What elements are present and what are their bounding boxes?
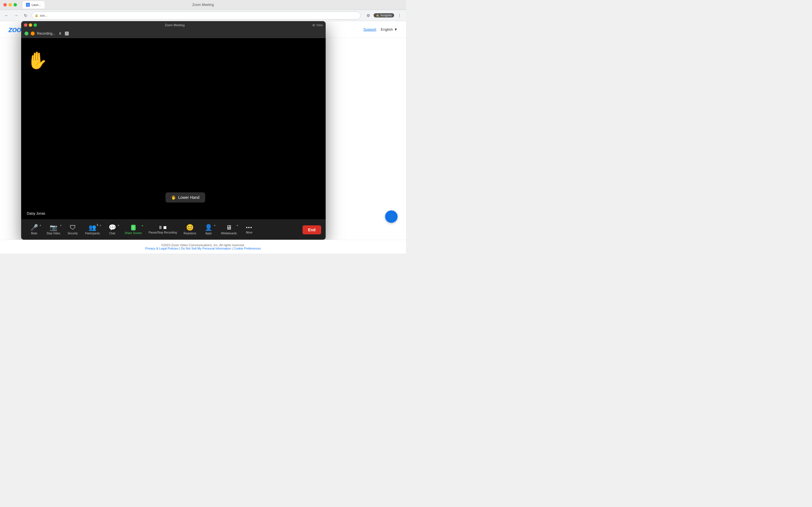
footer-links: Privacy & Legal Policies | Do Not Sell M… [3, 247, 403, 250]
browser-titlebar: G Laun... Zoom Meeting [0, 0, 406, 10]
meeting-minimize-button[interactable] [29, 23, 32, 27]
tab-label: Laun... [32, 3, 41, 6]
whiteboards-button[interactable]: ▲ 🖥 Whiteboards [218, 223, 240, 237]
meeting-traffic-lights [24, 23, 37, 27]
share-screen-button[interactable]: ▲ ↑ Share Screen [122, 223, 145, 236]
minimize-button[interactable] [8, 3, 12, 6]
chat-button[interactable]: ▲ 💬 Chat [104, 223, 121, 237]
forward-button[interactable]: → [12, 12, 20, 19]
participants-icon: 👥 [89, 224, 96, 231]
recording-dot [31, 32, 35, 36]
stop-video-label: Stop Video [47, 232, 60, 235]
status-green-dot [24, 32, 29, 36]
reload-button[interactable]: ↻ [22, 12, 29, 19]
lower-hand-tooltip[interactable]: 🖐 Lower Hand [165, 192, 205, 203]
browser-tab[interactable]: G Laun... [22, 1, 45, 8]
pause-stop-icon: ⏸⏹ [158, 225, 167, 230]
privacy-link[interactable]: Privacy & Legal Policies [145, 247, 178, 250]
participants-label: Participants [85, 232, 100, 235]
meeting-maximize-button[interactable] [34, 23, 37, 27]
participants-chevron-icon[interactable]: ▲ [99, 224, 101, 226]
share-screen-label: Share Screen [124, 231, 142, 235]
more-button[interactable]: ••• More [241, 224, 258, 236]
close-button[interactable] [3, 3, 7, 6]
do-not-sell-link[interactable]: Do Not Sell My Personal Information [181, 247, 231, 250]
zoom-header-right: Support English ▼ [363, 27, 398, 32]
view-icon: ⊞ [312, 23, 315, 27]
whiteboards-icon: 🖥 [226, 224, 232, 231]
chat-icon: 💬 [109, 224, 116, 231]
mute-label: Mute [31, 232, 37, 235]
lower-hand-icon: 🖐 [171, 195, 176, 200]
browser-frame: G Laun... Zoom Meeting ← → ↻ 🔒 zoo... ⚙ … [0, 0, 406, 253]
browser-toolbar: ← → ↻ 🔒 zoo... ⚙ 🕵 Incognito ⋮ [0, 10, 406, 21]
reactions-icon: 😊 [186, 224, 194, 231]
more-options-button[interactable]: ⋮ [396, 12, 403, 19]
chat-chevron-icon[interactable]: ▲ [117, 224, 119, 226]
chat-support-icon: 👤 [388, 213, 395, 220]
share-screen-icon: ↑ [131, 225, 136, 230]
camera-icon: 📷 [50, 224, 57, 231]
maximize-button[interactable] [13, 3, 17, 6]
extensions-button[interactable]: ⚙ [364, 12, 372, 19]
apps-chevron-icon[interactable]: ▲ [214, 224, 216, 226]
more-label: More [246, 231, 252, 234]
meeting-title: Zoom Meeting [39, 23, 311, 27]
microphone-icon: 🎤 [31, 224, 38, 231]
participant-name-tag: Daisy Jonas [24, 211, 47, 216]
meeting-close-button[interactable] [24, 23, 28, 27]
incognito-label: Incognito [380, 14, 392, 17]
traffic-lights [3, 3, 17, 6]
participants-count: 1 [97, 223, 98, 226]
browser-actions: ⚙ 🕵 Incognito ⋮ [364, 12, 403, 19]
tab-favicon: G [26, 3, 30, 7]
language-selector[interactable]: English ▼ [380, 27, 398, 32]
address-bar[interactable]: 🔒 zoo... [32, 11, 361, 19]
address-text: zoo... [40, 14, 47, 17]
security-button[interactable]: 🛡 Security [64, 223, 81, 237]
footer-copyright: ©2023 Zoom Video Communications, Inc. Al… [3, 243, 403, 247]
pause-stop-recording-button[interactable]: ⏸⏹ Pause/Stop Recording [146, 224, 180, 236]
window-title: Zoom Meeting [192, 3, 214, 7]
zoom-meeting-window: Zoom Meeting ⊞ View Recording... ⏸ ✋ Da [21, 21, 326, 240]
reactions-button[interactable]: 😊 Reactions [181, 223, 199, 237]
shield-icon: 🛡 [70, 224, 76, 231]
stop-recording-button[interactable] [65, 32, 69, 36]
apps-button[interactable]: ▲ 👤 Apps [200, 223, 217, 237]
more-icon: ••• [246, 225, 252, 230]
pause-recording-button[interactable]: ⏸ [57, 32, 63, 36]
share-chevron-icon[interactable]: ▲ [141, 224, 144, 227]
chat-support-button[interactable]: 👤 [385, 210, 398, 223]
apps-label: Apps [205, 232, 212, 235]
whiteboards-chevron-icon[interactable]: ▲ [236, 224, 239, 226]
browser-content: zoom Support English ▼ Zoom M [0, 21, 406, 240]
stop-video-button[interactable]: ▲ 📷 Stop Video [44, 223, 63, 237]
recording-bar: Recording... ⏸ [21, 29, 326, 38]
lower-hand-label: Lower Hand [178, 195, 200, 200]
cookie-preferences-link[interactable]: Cookie Preferences [234, 247, 261, 250]
whiteboards-label: Whiteboards [221, 232, 237, 235]
chevron-down-icon: ▼ [394, 27, 398, 32]
meeting-video-area: ✋ Daisy Jonas 🖐 Lower Hand [21, 38, 326, 219]
incognito-icon: 🕵 [376, 14, 379, 17]
mute-chevron-icon[interactable]: ▲ [39, 224, 42, 226]
browser-footer: ©2023 Zoom Video Communications, Inc. Al… [0, 240, 406, 253]
support-link[interactable]: Support [363, 27, 376, 32]
participants-button[interactable]: ▲ 👥 1 Participants [82, 223, 103, 237]
apps-icon: 👤 [205, 224, 212, 231]
video-chevron-icon[interactable]: ▲ [60, 224, 62, 226]
reactions-label: Reactions [184, 232, 196, 235]
meeting-toolbar: ▲ 🎤 Mute ▲ 📷 Stop Video 🛡 Security [21, 219, 326, 240]
view-label: View [316, 23, 323, 27]
mute-button[interactable]: ▲ 🎤 Mute [26, 223, 43, 237]
security-label: Security [68, 232, 78, 235]
back-button[interactable]: ← [3, 12, 10, 19]
end-meeting-button[interactable]: End [303, 225, 321, 234]
view-button[interactable]: ⊞ View [312, 23, 323, 27]
raised-hand-emoji: ✋ [27, 52, 48, 69]
chat-label: Chat [109, 232, 115, 235]
meeting-titlebar: Zoom Meeting ⊞ View [21, 21, 326, 29]
recording-label: Recording... [37, 32, 55, 36]
incognito-badge: 🕵 Incognito [373, 13, 394, 17]
lock-icon: 🔒 [35, 14, 38, 17]
